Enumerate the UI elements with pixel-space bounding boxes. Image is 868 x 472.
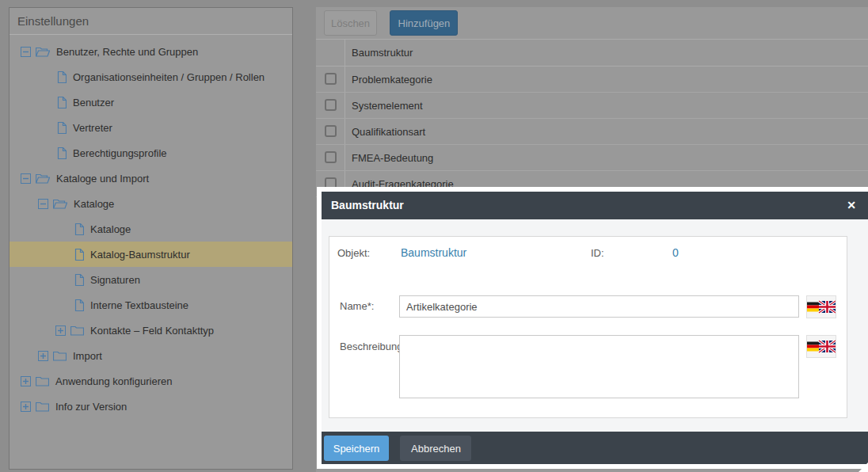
table-row-qualifikationsart[interactable]: Qualifikationsart: [316, 119, 868, 145]
dialog-title-bar: Baumstruktur ✕: [322, 192, 868, 219]
folder-open-icon: [36, 173, 50, 184]
object-value: Baumstruktur: [401, 246, 466, 259]
add-button[interactable]: Hinzufügen: [390, 10, 458, 36]
tree-item-label: Kontakte – Feld Kontakttyp: [90, 325, 214, 337]
sidebar-title: Einstellungen: [10, 8, 292, 35]
sidebar-item-kataloge-und-import[interactable]: Kataloge und Import: [10, 166, 292, 191]
doc-icon: [74, 274, 84, 286]
tree-item-label: Berechtigungsprofile: [73, 147, 167, 159]
cancel-button[interactable]: Abbrechen: [400, 436, 471, 461]
settings-tree: Benutzer, Rechte und GruppenOrganisation…: [10, 35, 292, 419]
doc-icon: [74, 249, 84, 261]
table-header-row: Baumstruktur: [316, 40, 868, 67]
tree-item-label: Vertreter: [73, 122, 112, 134]
save-button[interactable]: Speichern: [324, 436, 389, 461]
tree-item-label: Kataloge und Import: [56, 173, 149, 185]
folder-closed-icon: [36, 376, 49, 386]
id-label: ID:: [591, 247, 604, 259]
sidebar-item-signaturen[interactable]: Signaturen: [10, 267, 292, 292]
resize-grip[interactable]: [858, 462, 868, 472]
row-label: Qualifikationsart: [345, 119, 868, 144]
row-checkbox[interactable]: [325, 151, 337, 163]
doc-icon: [57, 97, 67, 108]
sidebar-item-katalog-baumstruktur[interactable]: Katalog-Baumstruktur: [10, 242, 292, 267]
tree-item-label: Kataloge: [74, 198, 114, 210]
tree-item-label: Katalog-Baumstruktur: [90, 249, 190, 261]
sidebar-item-info-zur-version[interactable]: Info zur Version: [10, 394, 292, 419]
tree-item-label: Signaturen: [90, 274, 140, 286]
doc-icon: [57, 122, 67, 134]
row-label: Systemelement: [345, 93, 868, 118]
collapse-toggle-icon[interactable]: [21, 47, 31, 57]
expand-toggle-icon[interactable]: [55, 325, 66, 336]
sidebar-item-organisationseinheiten-gruppen-rollen[interactable]: Organisationseinheiten / Gruppen / Rolle…: [10, 64, 292, 89]
close-icon[interactable]: ✕: [847, 192, 856, 219]
settings-sidebar: Einstellungen Benutzer, Rechte und Grupp…: [9, 7, 293, 470]
object-label: Objekt:: [337, 247, 370, 259]
table-toolbar: Löschen Hinzufügen: [316, 7, 868, 40]
tree-item-label: Benutzer: [73, 97, 114, 108]
tree-item-label: Info zur Version: [55, 401, 127, 413]
table-body: ProblemkategorieSystemelementQualifikati…: [316, 67, 868, 197]
table-row-systemelement[interactable]: Systemelement: [316, 93, 868, 119]
row-checkbox[interactable]: [325, 73, 337, 85]
tree-item-label: Anwendung konfigurieren: [55, 375, 172, 387]
folder-closed-icon: [36, 402, 49, 412]
sidebar-item-kataloge[interactable]: Kataloge: [10, 191, 292, 216]
tree-item-label: Organisationseinheiten / Gruppen / Rolle…: [73, 71, 265, 83]
application-window: Einstellungen Benutzer, Rechte und Grupp…: [0, 0, 868, 472]
tree-item-label: Import: [73, 350, 102, 362]
description-label: Beschreibung:: [340, 341, 405, 352]
sidebar-item-vertreter[interactable]: Vertreter: [10, 115, 292, 140]
table-row-fmea-bedeutung[interactable]: FMEA-Bedeutung: [316, 145, 868, 171]
row-checkbox-cell: [316, 93, 345, 118]
sidebar-item-import[interactable]: Import: [10, 343, 292, 368]
collapse-toggle-icon[interactable]: [38, 199, 48, 209]
sidebar-item-kontakte-feld-kontakttyp[interactable]: Kontakte – Feld Kontakttyp: [10, 318, 292, 343]
sidebar-item-kataloge[interactable]: Kataloge: [10, 216, 292, 242]
sidebar-item-berechtigungsprofile[interactable]: Berechtigungsprofile: [10, 140, 292, 166]
table-header-checkbox-cell: [316, 40, 345, 66]
row-checkbox[interactable]: [325, 125, 337, 137]
doc-icon: [57, 71, 67, 83]
sidebar-item-interne-textbausteine[interactable]: Interne Textbausteine: [10, 292, 292, 318]
row-label: FMEA-Bedeutung: [345, 145, 868, 170]
table-row-problemkategorie[interactable]: Problemkategorie: [316, 67, 868, 93]
baumstruktur-dialog: Baumstruktur ✕ Objekt: Baumstruktur ID: …: [317, 187, 868, 469]
doc-icon: [57, 147, 67, 159]
expand-toggle-icon[interactable]: [38, 351, 48, 361]
tree-item-label: Kataloge: [90, 223, 131, 235]
row-checkbox-cell: [316, 119, 345, 144]
expand-toggle-icon[interactable]: [21, 402, 31, 412]
language-toggle-name[interactable]: [806, 295, 836, 318]
dialog-title: Baumstruktur: [331, 199, 404, 211]
row-checkbox[interactable]: [325, 99, 337, 111]
tree-item-label: Benutzer, Rechte und Gruppen: [56, 46, 198, 58]
de-en-flags-icon: [807, 298, 836, 316]
tree-item-label: Interne Textbausteine: [90, 299, 188, 311]
folder-open-icon: [53, 199, 67, 209]
row-checkbox-cell: [316, 67, 345, 92]
description-field[interactable]: [399, 335, 799, 398]
sidebar-item-benutzer-rechte-und-gruppen[interactable]: Benutzer, Rechte und Gruppen: [10, 39, 292, 64]
de-en-flags-icon: [807, 337, 836, 356]
expand-toggle-icon[interactable]: [21, 376, 31, 386]
delete-button[interactable]: Löschen: [324, 10, 377, 36]
folder-closed-icon: [53, 351, 67, 361]
table-header-label: Baumstruktur: [345, 40, 868, 66]
dialog-form-panel: Objekt: Baumstruktur ID: 0 Name*:: [329, 236, 847, 418]
sidebar-item-benutzer[interactable]: Benutzer: [10, 89, 292, 115]
dialog-footer: Speichern Abbrechen: [322, 432, 868, 464]
id-value: 0: [672, 246, 679, 259]
language-toggle-description[interactable]: [806, 335, 836, 358]
row-label: Problemkategorie: [345, 67, 868, 92]
folder-open-icon: [36, 47, 50, 57]
sidebar-item-anwendung-konfigurieren[interactable]: Anwendung konfigurieren: [10, 368, 292, 394]
dialog-body: Objekt: Baumstruktur ID: 0 Name*:: [322, 219, 868, 432]
doc-icon: [74, 223, 84, 235]
name-field[interactable]: [399, 295, 799, 318]
row-checkbox-cell: [316, 145, 345, 170]
folder-closed-icon: [70, 325, 84, 336]
name-label: Name*:: [340, 300, 374, 312]
collapse-toggle-icon[interactable]: [21, 173, 31, 184]
